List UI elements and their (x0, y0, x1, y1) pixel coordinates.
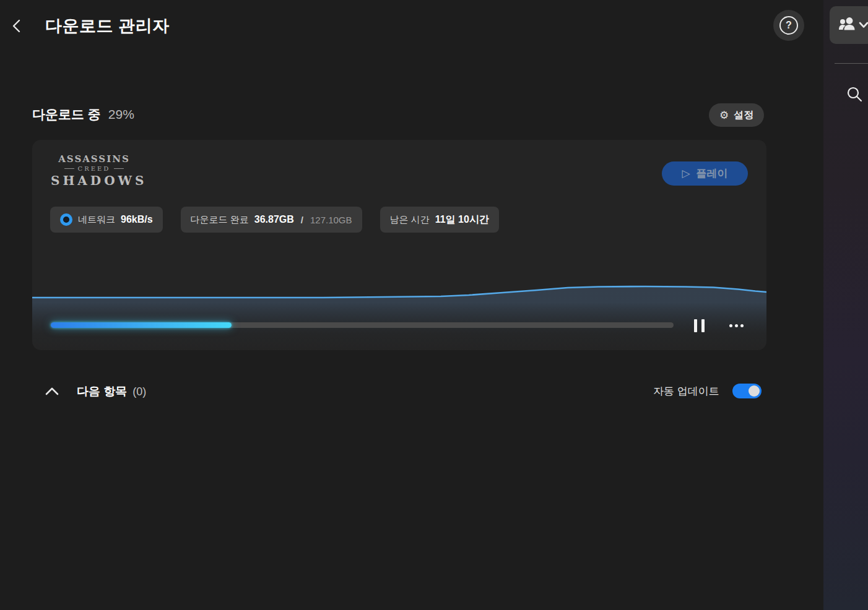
friends-icon (838, 16, 868, 35)
chevron-up-icon (44, 386, 60, 397)
downloaded-chip-value: 36.87GB (254, 214, 294, 225)
download-status-row: 다운로드 중 29% (32, 106, 134, 123)
play-button-label: 플레이 (697, 166, 728, 181)
network-chip-label: 네트워크 (78, 214, 115, 226)
pause-button[interactable] (687, 314, 711, 337)
right-sidebar (823, 0, 868, 610)
auto-update-label: 자동 업데이트 (653, 384, 719, 398)
question-mark-icon: ? (779, 16, 798, 35)
auto-update-toggle[interactable] (732, 384, 762, 398)
ellipsis-icon (740, 324, 744, 327)
toggle-knob (749, 385, 760, 397)
download-item-card: ASSASSINS CREED SHADOWS ▷ 플레이 네트워크 96kB/… (32, 140, 766, 350)
chevron-left-icon (11, 18, 24, 34)
network-speed-graph (32, 264, 766, 350)
download-status-label: 다운로드 중 (32, 106, 101, 123)
download-manager-page: 다운로드 관리자 ? (0, 0, 868, 610)
download-progress-bar[interactable] (51, 322, 674, 328)
auto-update-row: 자동 업데이트 (653, 384, 762, 398)
download-stats-row: 네트워크 96kB/s 다운로드 완료 36.87GB / 127.10GB 남… (50, 207, 499, 233)
more-options-button[interactable] (724, 314, 748, 337)
time-remaining-chip: 남은 시간 11일 10시간 (380, 207, 499, 233)
search-button[interactable] (844, 84, 864, 104)
queue-collapse-button[interactable] (42, 382, 62, 401)
settings-button-label: 설정 (734, 109, 753, 122)
play-button[interactable]: ▷ 플레이 (662, 161, 748, 186)
sidebar-divider (835, 63, 868, 64)
download-progress-fill (51, 322, 232, 328)
downloaded-size-chip: 다운로드 완료 36.87GB / 127.10GB (181, 207, 362, 233)
settings-button[interactable]: ⚙ 설정 (709, 103, 764, 127)
queue-title: 다음 항목 (77, 384, 127, 400)
gear-icon: ⚙ (719, 109, 729, 122)
ellipsis-icon (729, 324, 732, 327)
friends-menu-button[interactable] (830, 6, 868, 44)
queue-count: (0) (132, 385, 146, 398)
time-chip-value: 11일 10시간 (435, 213, 489, 226)
help-button[interactable]: ? (773, 10, 804, 41)
downloaded-chip-separator: / (301, 215, 303, 225)
download-percent-text: 29% (108, 107, 134, 122)
time-chip-label: 남은 시간 (390, 214, 430, 226)
game-logo-line2: CREED (51, 165, 137, 172)
page-title: 다운로드 관리자 (45, 15, 170, 37)
downloaded-chip-label: 다운로드 완료 (191, 214, 249, 226)
downloaded-chip-total: 127.10GB (310, 215, 352, 225)
back-button[interactable] (7, 16, 27, 36)
search-icon (846, 85, 863, 103)
network-ring-icon (60, 213, 72, 226)
game-logo-line2-text: CREED (78, 165, 111, 172)
game-logo-line3: SHADOWS (51, 173, 137, 188)
pause-icon (694, 319, 697, 332)
logo-rule-right (114, 168, 124, 169)
game-logo-line1: ASSASSINS (51, 153, 137, 165)
network-speed-chip: 네트워크 96kB/s (50, 207, 163, 233)
logo-rule-left (64, 168, 74, 169)
play-icon: ▷ (682, 167, 690, 180)
queue-title-row: 다음 항목 (0) (77, 384, 146, 400)
ellipsis-icon (735, 324, 738, 327)
pause-icon (701, 319, 705, 332)
game-logo: ASSASSINS CREED SHADOWS (51, 153, 137, 188)
network-chip-value: 96kB/s (121, 214, 153, 225)
